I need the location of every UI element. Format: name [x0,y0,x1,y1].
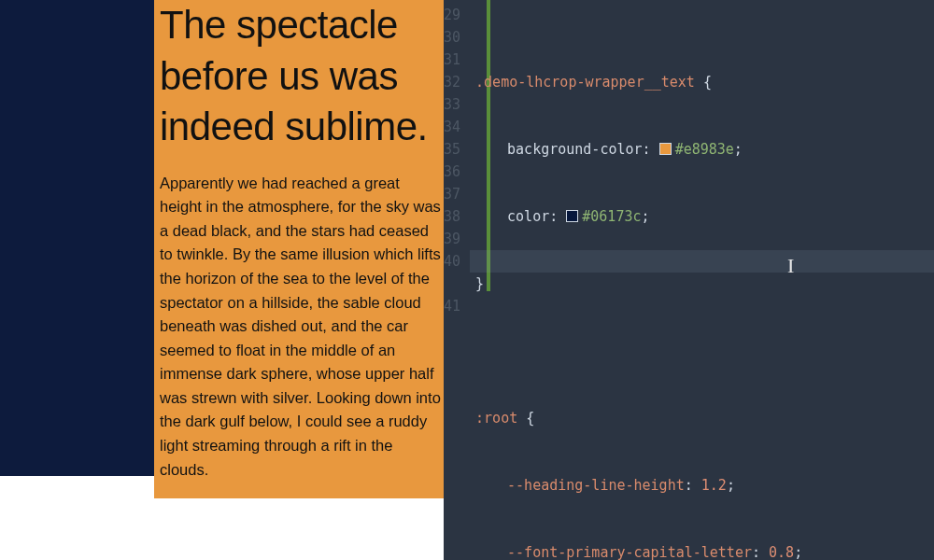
line-number: 34 [444,116,460,138]
css-value: 1.2 [701,477,727,494]
demo-heading: The spectacle before us was indeed subli… [154,0,444,161]
css-property: background-color [507,141,643,158]
line-number: 40 [444,250,460,273]
code-line[interactable]: --heading-line-height: 1.2; [475,474,929,497]
line-number [444,273,460,295]
active-line-highlight [470,250,934,273]
code-line[interactable]: color: #06173c; [475,205,929,228]
code-line[interactable]: } [475,273,929,295]
line-number: 39 [444,228,460,250]
line-number: 38 [444,205,460,228]
line-number: 30 [444,26,460,49]
line-number: 41 [444,295,460,317]
line-number: 36 [444,161,460,183]
color-swatch-icon[interactable] [659,143,672,155]
demo-body-text: Apparently we had reached a great height… [154,161,444,498]
css-selector: :root [475,410,517,427]
code-line[interactable]: :root { [475,407,929,429]
line-number-gutter: 29 30 31 32 33 34 35 36 37 38 39 40 41 [444,0,470,560]
color-swatch-icon[interactable] [566,210,578,222]
preview-panel: The spectacle before us was indeed subli… [0,0,444,560]
code-line[interactable] [475,340,929,362]
preview-dark-sidebar [0,0,154,476]
line-number: 37 [444,183,460,205]
code-line[interactable]: background-color: #e8983e; [475,138,929,161]
css-variable: --heading-line-height [507,477,685,494]
code-editor[interactable]: 29 30 31 32 33 34 35 36 37 38 39 40 41 .… [444,0,934,560]
css-value: #06173c [582,208,641,225]
code-content[interactable]: .demo-lhcrop-wrapper__text { background-… [470,0,934,560]
css-value: 0.8 [769,544,794,560]
line-number: 35 [444,138,460,161]
line-number: 31 [444,49,460,71]
orange-highlight-box: The spectacle before us was indeed subli… [154,0,444,498]
code-line[interactable]: --font-primary-capital-letter: 0.8; [475,541,929,560]
css-property: color [507,208,549,225]
text-cursor-icon: I [787,255,794,277]
line-number: 33 [444,93,460,116]
css-variable: --font-primary-capital-letter [507,544,752,560]
line-number: 29 [444,4,460,26]
line-number: 32 [444,71,460,93]
code-line[interactable]: .demo-lhcrop-wrapper__text { [475,71,929,93]
css-value: #e8983e [675,141,734,158]
css-selector: .demo-lhcrop-wrapper__text [475,74,695,91]
preview-content: The spectacle before us was indeed subli… [154,0,444,560]
